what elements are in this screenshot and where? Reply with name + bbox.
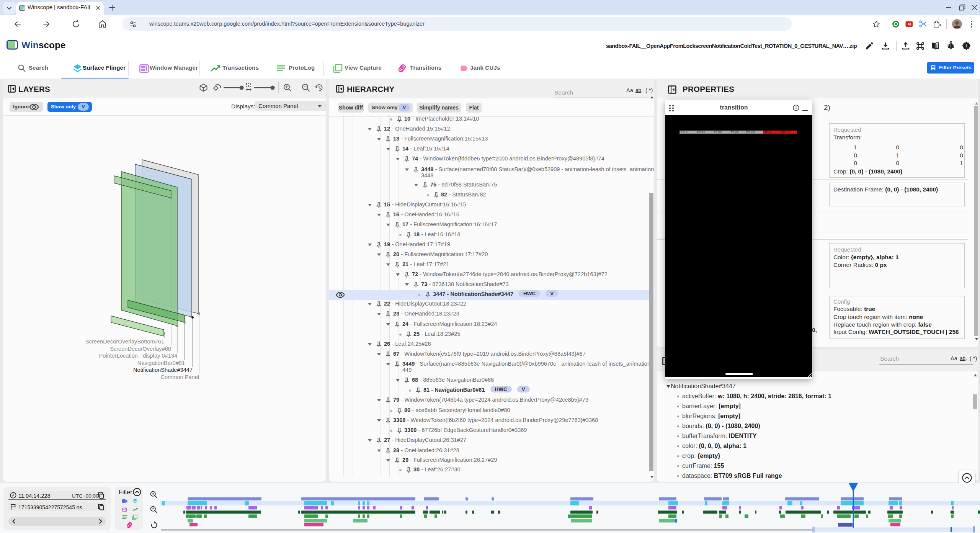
svg-text:PointerLocation - display 0#13: PointerLocation - display 0#134	[99, 353, 177, 359]
svg-text:Common Panel: Common Panel	[160, 374, 199, 380]
svg-text:NotificationShade#3447: NotificationShade#3447	[133, 367, 193, 373]
svg-text:ScreenDecorOverlayBottom#61: ScreenDecorOverlayBottom#61	[85, 338, 164, 345]
svg-text:ScreenDecorOverlay#60: ScreenDecorOverlay#60	[110, 346, 171, 352]
svg-text:NavigationBar0#81: NavigationBar0#81	[137, 360, 185, 366]
